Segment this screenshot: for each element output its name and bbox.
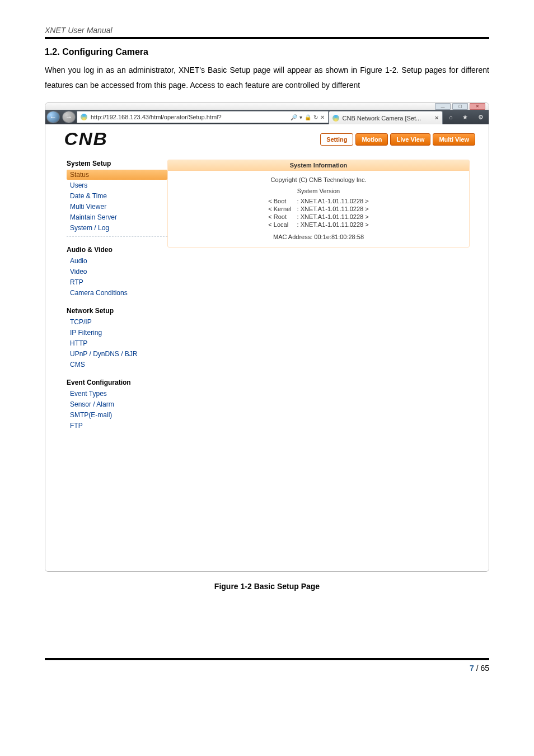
ver-val: : XNET.A1-1.01.11.0228 > [295, 206, 371, 212]
browser-toolbar: ← → http://192.168.123.43/html/operator/… [45, 110, 489, 124]
nav-motion[interactable]: Motion [355, 133, 388, 146]
logo-c: C [64, 129, 78, 150]
screenshot-window: — ▢ ✕ ← → http://192.168.123.43/html/ope… [45, 102, 489, 572]
sidebar-item-rtp[interactable]: RTP [67, 277, 167, 287]
sidebar-item-camera-conditions[interactable]: Camera Conditions [67, 288, 167, 298]
nav-live-view[interactable]: Live View [390, 133, 430, 146]
copyright: Copyright (C) CNB Technology Inc. [172, 176, 465, 183]
nav-multi-view[interactable]: Multi View [433, 133, 475, 146]
ver-key: < Kernel [266, 206, 293, 212]
page-total: 65 [480, 664, 489, 673]
sidebar-item-multiviewer[interactable]: Multi Viewer [67, 202, 167, 212]
sidebar-item-syslog[interactable]: System / Log [67, 223, 167, 233]
address-bar-icons: 🔎 ▾ 🔒 ↻ ✕ [291, 114, 325, 120]
ver-key: < Local [266, 221, 293, 228]
sidebar-item-cms[interactable]: CMS [67, 360, 167, 370]
sidebar-item-audio[interactable]: Audio [67, 256, 167, 266]
sidebar-item-maintain[interactable]: Maintain Server [67, 212, 167, 222]
sidebar-item-status[interactable]: Status [67, 170, 167, 180]
window-caption-bar: — ▢ ✕ [45, 103, 489, 110]
cert-icon[interactable]: 🔒 [305, 114, 311, 120]
sidebar-item-event-types[interactable]: Event Types [67, 389, 167, 399]
ver-key: < Root [266, 213, 293, 220]
sidebar-item-smtp[interactable]: SMTP(E-mail) [67, 410, 167, 420]
toolbar-right: ⌂ ★ ⚙ [444, 110, 489, 124]
sidebar: System Setup Status Users Date & Time Mu… [53, 160, 167, 431]
page-content: C N B Setting Motion Live View Multi Vie… [45, 124, 489, 571]
ver-val: : XNET.A1-1.01.11.0228 > [295, 198, 371, 204]
sidebar-group-system: System Setup [67, 160, 167, 167]
dropdown-icon[interactable]: ▾ [299, 114, 302, 120]
page-current: 7 [470, 664, 474, 673]
page-sep: / [474, 664, 481, 673]
back-button[interactable]: ← [46, 111, 60, 123]
sidebar-item-video[interactable]: Video [67, 267, 167, 277]
tools-icon[interactable]: ⚙ [478, 114, 484, 121]
home-icon[interactable]: ⌂ [449, 114, 453, 120]
top-rule [45, 37, 489, 39]
nav-setting[interactable]: Setting [320, 133, 353, 146]
sidebar-sep-1 [67, 236, 167, 237]
stop-icon[interactable]: ✕ [320, 114, 325, 120]
sidebar-item-datetime[interactable]: Date & Time [67, 191, 167, 201]
window-maximize-button[interactable]: ▢ [452, 103, 468, 110]
tab-close-icon[interactable]: ✕ [434, 115, 439, 121]
sidebar-group-network: Network Setup [67, 307, 167, 315]
bottom-rule [45, 658, 489, 660]
ver-val: : XNET.A1-1.01.11.0228 > [295, 213, 371, 220]
address-bar[interactable]: http://192.168.123.43/html/operator/Setu… [77, 111, 329, 123]
body-paragraph: When you log in as an administrator, XNE… [45, 63, 489, 92]
section-title: 1.2. Configuring Camera [45, 47, 489, 57]
table-row: < Local: XNET.A1-1.01.11.0228 > [266, 221, 371, 228]
tab-title: CNB Network Camera [Set... [343, 115, 421, 122]
system-info-panel: System Information Copyright (C) CNB Tec… [167, 160, 470, 248]
table-row: < Root: XNET.A1-1.01.11.0228 > [266, 213, 371, 220]
sidebar-group-event: Event Configuration [67, 379, 167, 386]
sidebar-item-users[interactable]: Users [67, 180, 167, 190]
logo-n: N [79, 129, 93, 150]
sidebar-item-tcpip[interactable]: TCP/IP [67, 317, 167, 327]
window-minimize-button[interactable]: — [435, 103, 451, 110]
cnb-logo: C N B [53, 129, 107, 150]
ver-key: < Boot [266, 198, 293, 204]
table-row: < Boot: XNET.A1-1.01.11.0228 > [266, 198, 371, 204]
panel-title: System Information [168, 160, 469, 171]
browser-tab[interactable]: CNB Network Camera [Set... ✕ [329, 111, 443, 124]
version-table: < Boot: XNET.A1-1.01.11.0228 > < Kernel:… [265, 197, 372, 229]
sidebar-group-av: Audio & Video [67, 246, 167, 254]
sidebar-item-http[interactable]: HTTP [67, 338, 167, 348]
sidebar-item-ipfilter[interactable]: IP Filtering [67, 328, 167, 338]
content-area: System Information Copyright (C) CNB Tec… [167, 160, 481, 248]
mac-address: MAC Address: 00:1e:81:00:28:58 [172, 234, 465, 240]
forward-button[interactable]: → [62, 111, 76, 123]
page-number: 7 / 65 [45, 664, 489, 673]
table-row: < Kernel: XNET.A1-1.01.11.0228 > [266, 206, 371, 212]
ie-icon [81, 114, 87, 120]
url-text: http://192.168.123.43/html/operator/Setu… [91, 114, 287, 120]
refresh-icon[interactable]: ↻ [313, 114, 318, 120]
search-icon[interactable]: 🔎 [291, 114, 297, 120]
top-nav: Setting Motion Live View Multi View [320, 133, 481, 146]
sidebar-item-ftp[interactable]: FTP [67, 421, 167, 431]
logo-b: B [93, 129, 107, 150]
figure-caption: Figure 1-2 Basic Setup Page [45, 582, 489, 591]
sidebar-item-upnp[interactable]: UPnP / DynDNS / BJR [67, 349, 167, 359]
sidebar-item-sensor-alarm[interactable]: Sensor / Alarm [67, 399, 167, 409]
favorites-icon[interactable]: ★ [462, 114, 468, 121]
window-close-button[interactable]: ✕ [470, 103, 485, 110]
doc-header: XNET User Manual [45, 26, 489, 35]
tab-favicon [332, 115, 339, 122]
system-version-label: System Version [172, 188, 465, 194]
ver-val: : XNET.A1-1.01.11.0228 > [295, 221, 371, 228]
